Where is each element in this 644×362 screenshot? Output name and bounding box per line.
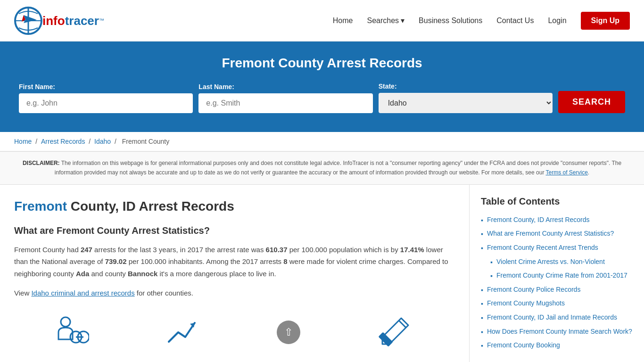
p1-mid4: per 100.000 inhabitants. Among the 2017 …: [127, 257, 284, 265]
toc-link-7[interactable]: How Does Fremont County Inmate Search Wo…: [487, 327, 632, 337]
toc-sublist-3: Violent Crime Arrests vs. Non-Violent Fr…: [490, 257, 633, 280]
breadcrumb-sep2: /: [89, 138, 92, 145]
toc-item-2: What are Fremont County Arrest Statistic…: [481, 229, 633, 239]
toc-sublink-3-2[interactable]: Fremont County Crime Rate from 2001-2017: [496, 271, 627, 280]
site-header: infotracer™ Home Searches ▾ Business Sol…: [0, 0, 644, 41]
trend-icon: [164, 313, 202, 351]
p2-pre: View: [14, 289, 31, 297]
p1-mid1: arrests for the last 3 years, in 2017 th…: [92, 246, 266, 254]
state-select[interactable]: Idaho Alabama Alaska Arizona Arkansas Ca…: [379, 93, 553, 113]
last-name-group: Last Name:: [198, 83, 372, 113]
first-name-input[interactable]: [19, 93, 193, 113]
toc-subitem-3-2: Fremont County Crime Rate from 2001-2017: [490, 271, 633, 280]
p1-mid6: and county: [89, 270, 128, 278]
nav-signup[interactable]: Sign Up: [581, 12, 630, 30]
article-section1-heading: What are Fremont County Arrest Statistic…: [14, 225, 450, 236]
p1-end: it's a more dangerous place to live in.: [157, 270, 276, 278]
svg-marker-3: [24, 15, 37, 23]
breadcrumb: Home / Arrest Records / Idaho / Fremont …: [0, 132, 644, 151]
article-section1-p1: Fremont County had 247 arrests for the l…: [14, 244, 450, 280]
toc-item-8: Fremont County Booking: [481, 341, 633, 350]
toc-link-8[interactable]: Fremont County Booking: [487, 341, 560, 350]
search-button[interactable]: SEARCH: [558, 91, 625, 113]
idaho-criminal-records-link[interactable]: Idaho criminal and arrest records: [31, 289, 134, 297]
first-name-label: First Name:: [19, 83, 193, 90]
p2-end: for other counties.: [135, 289, 193, 297]
disclaimer-period: .: [588, 169, 589, 176]
toc-item-6: Fremont County, ID Jail and Inmate Recor…: [481, 313, 633, 322]
disclaimer-bar: DISCLAIMER: The information on this webp…: [0, 151, 644, 185]
main-content: Fremont County, ID Arrest Records What a…: [0, 185, 644, 362]
chevron-down-icon: ▾: [401, 16, 405, 25]
breadcrumb-sep3: /: [115, 138, 118, 145]
breadcrumb-fremont-county: Fremont County: [122, 138, 169, 145]
arrest-icon: [51, 313, 89, 351]
search-form: First Name: Last Name: State: Idaho Alab…: [19, 82, 625, 113]
p1-ada: Ada: [76, 270, 89, 278]
edit-icon: [375, 313, 413, 351]
toc-item-1: Fremont County, ID Arrest Records: [481, 215, 633, 225]
p1-arrests: 247: [81, 246, 92, 254]
svg-point-5: [61, 317, 70, 327]
toc-item-7: How Does Fremont County Inmate Search Wo…: [481, 327, 633, 337]
breadcrumb-sep1: /: [35, 138, 39, 145]
logo-icon: [14, 7, 42, 35]
nav-login[interactable]: Login: [548, 16, 566, 25]
nav-searches[interactable]: Searches ▾: [367, 16, 405, 25]
p1-violent: 8: [283, 257, 287, 265]
state-group: State: Idaho Alabama Alaska Arizona Arka…: [379, 82, 553, 113]
breadcrumb-idaho[interactable]: Idaho: [94, 138, 111, 145]
nav-contact-us[interactable]: Contact Us: [496, 16, 534, 25]
p1-bannock: Bannock: [128, 270, 157, 278]
p1-lower: 17.41%: [400, 246, 424, 254]
toc-link-6[interactable]: Fremont County, ID Jail and Inmate Recor…: [487, 313, 617, 322]
toc-subitem-3-1: Violent Crime Arrests vs. Non-Violent: [490, 257, 633, 267]
toc-link-2[interactable]: What are Fremont County Arrest Statistic…: [487, 229, 614, 239]
state-label: State:: [379, 82, 553, 90]
article-heading-rest: County, ID Arrest Records: [67, 199, 234, 214]
disclaimer-tos-link[interactable]: Terms of Service: [546, 169, 588, 176]
logo-tracer: tracer: [65, 14, 99, 28]
article-heading-highlight: Fremont: [14, 199, 67, 214]
p1-rate: 610.37: [266, 246, 288, 254]
logo-tm: ™: [99, 17, 104, 23]
last-name-input[interactable]: [198, 93, 372, 113]
disclaimer-bold: DISCLAIMER:: [23, 160, 60, 166]
breadcrumb-arrest-records[interactable]: Arrest Records: [41, 138, 85, 145]
toc-item-4: Fremont County Police Records: [481, 285, 633, 295]
toc-link-1[interactable]: Fremont County, ID Arrest Records: [487, 215, 590, 225]
p1-pre: Fremont County had: [14, 246, 81, 254]
hero-title: Fremont County Arrest Records: [19, 56, 625, 71]
article-heading: Fremont County, ID Arrest Records: [14, 199, 450, 214]
hero-section: Fremont County Arrest Records First Name…: [0, 41, 644, 132]
sidebar-toc: Table of Contents Fremont County, ID Arr…: [470, 185, 644, 362]
breadcrumb-home[interactable]: Home: [14, 138, 32, 145]
scroll-to-top[interactable]: ⇧: [277, 321, 300, 344]
toc-link-3[interactable]: Fremont County Recent Arrest Trends: [487, 243, 598, 253]
toc-item-5: Fremont County Mugshots: [481, 299, 633, 308]
disclaimer-text: The information on this webpage is for g…: [55, 160, 621, 176]
p1-mid2: per 100.000 population which is by: [288, 246, 400, 254]
toc-link-5[interactable]: Fremont County Mugshots: [487, 299, 565, 308]
logo[interactable]: infotracer™: [14, 7, 104, 35]
toc-sublink-3-1[interactable]: Violent Crime Arrests vs. Non-Violent: [496, 257, 605, 267]
toc-title: Table of Contents: [481, 196, 633, 207]
main-nav: Home Searches ▾ Business Solutions Conta…: [333, 12, 630, 30]
icon-box-2: [164, 313, 202, 351]
nav-business-solutions[interactable]: Business Solutions: [419, 16, 482, 25]
article-section1-p2: View Idaho criminal and arrest records f…: [14, 287, 450, 299]
icon-box-3: [375, 313, 413, 351]
toc-link-4[interactable]: Fremont County Police Records: [487, 285, 580, 295]
nav-home[interactable]: Home: [333, 16, 353, 25]
toc-list: Fremont County, ID Arrest Records What a…: [481, 215, 633, 350]
icon-box-1: [51, 313, 89, 351]
p1-national: 739.02: [105, 257, 127, 265]
last-name-label: Last Name:: [198, 83, 372, 90]
logo-info: info: [42, 14, 65, 28]
first-name-group: First Name:: [19, 83, 193, 113]
icon-row: ⇧: [14, 309, 450, 351]
toc-item-3: Fremont County Recent Arrest Trends: [481, 243, 633, 253]
article: Fremont County, ID Arrest Records What a…: [0, 185, 470, 362]
